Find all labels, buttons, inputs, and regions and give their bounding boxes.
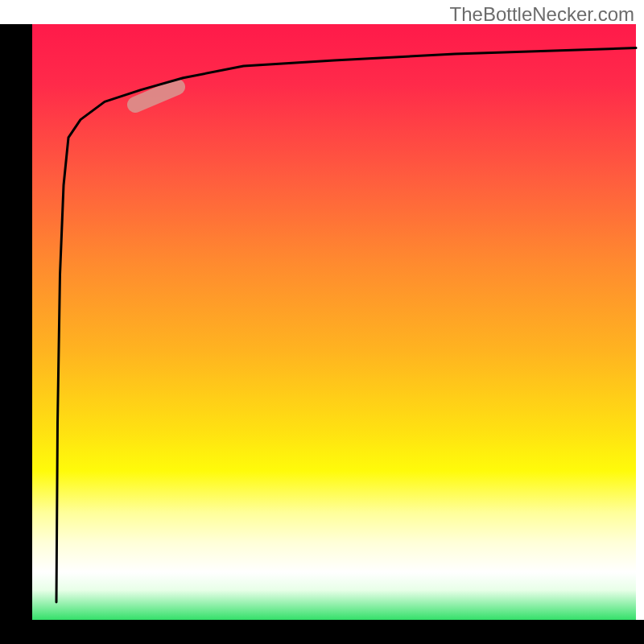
chart-container: TheBottleNecker.com	[0, 0, 644, 644]
watermark-text: TheBottleNecker.com	[450, 3, 634, 26]
chart-svg-overlay	[0, 0, 644, 644]
curve-line	[56, 48, 636, 602]
y-axis	[0, 24, 32, 620]
x-axis	[0, 620, 644, 644]
axis-corner-topleft	[0, 0, 32, 24]
